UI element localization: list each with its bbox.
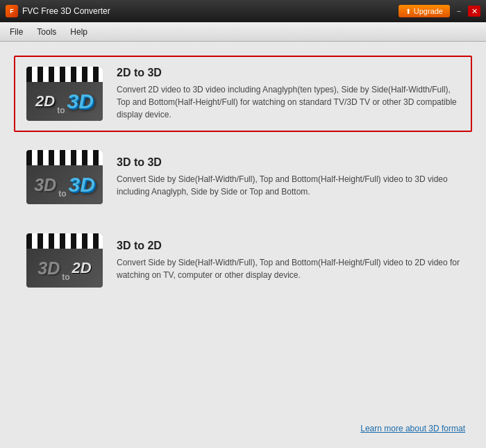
menu-bar: File Tools Help bbox=[0, 22, 486, 42]
title-3d-to-3d: 3D to 3D bbox=[117, 156, 460, 169]
close-button[interactable]: ✕ bbox=[468, 6, 480, 17]
main-content: 2D to 3D 2D to 3D Convert 2D video to 3D… bbox=[0, 42, 486, 448]
desc-3d-to-3d: Convert Side by Side(Half-Width/Full), T… bbox=[117, 173, 460, 198]
footer: Learn more about 3D format bbox=[14, 415, 472, 434]
desc-3d-to-2d: Convert Side by Side(Half-Width/Full), T… bbox=[117, 256, 460, 281]
option-2d-to-3d[interactable]: 2D to 3D 2D to 3D Convert 2D video to 3D… bbox=[14, 56, 472, 132]
learn-more-link[interactable]: Learn more about 3D format bbox=[360, 424, 465, 433]
option-3d-to-3d[interactable]: 3D to 3D 3D to 3D Convert Side by Side(H… bbox=[14, 139, 472, 215]
minimize-button[interactable]: − bbox=[453, 6, 465, 17]
menu-file[interactable]: File bbox=[3, 24, 30, 40]
option-3d-to-2d[interactable]: 3D to 2D 3D to 2D Convert Side by Side(H… bbox=[14, 222, 472, 299]
text-3d-to-3d: 3D to 3D Convert Side by Side(Half-Width… bbox=[117, 156, 460, 198]
desc-2d-to-3d: Convert 2D video to 3D video including A… bbox=[117, 83, 460, 121]
title-2d-to-3d: 2D to 3D bbox=[117, 67, 460, 79]
menu-tools[interactable]: Tools bbox=[30, 24, 63, 40]
upgrade-button[interactable]: Upgrade bbox=[399, 5, 450, 17]
icon-3d-to-3d: 3D to 3D bbox=[26, 150, 103, 204]
app-title: FVC Free 3D Converter bbox=[22, 6, 110, 16]
text-3d-to-2d: 3D to 2D Convert Side by Side(Half-Width… bbox=[117, 240, 460, 281]
icon-2d-to-3d: 2D to 3D bbox=[26, 67, 103, 121]
title-bar-left: F FVC Free 3D Converter bbox=[6, 5, 110, 17]
title-bar: F FVC Free 3D Converter Upgrade − ✕ bbox=[0, 0, 486, 22]
title-bar-controls: Upgrade − ✕ bbox=[399, 5, 480, 17]
icon-3d-to-2d: 3D to 2D bbox=[26, 233, 103, 288]
menu-help[interactable]: Help bbox=[63, 24, 94, 40]
app-icon: F bbox=[6, 5, 18, 17]
title-3d-to-2d: 3D to 2D bbox=[117, 240, 460, 252]
text-2d-to-3d: 2D to 3D Convert 2D video to 3D video in… bbox=[117, 67, 460, 121]
